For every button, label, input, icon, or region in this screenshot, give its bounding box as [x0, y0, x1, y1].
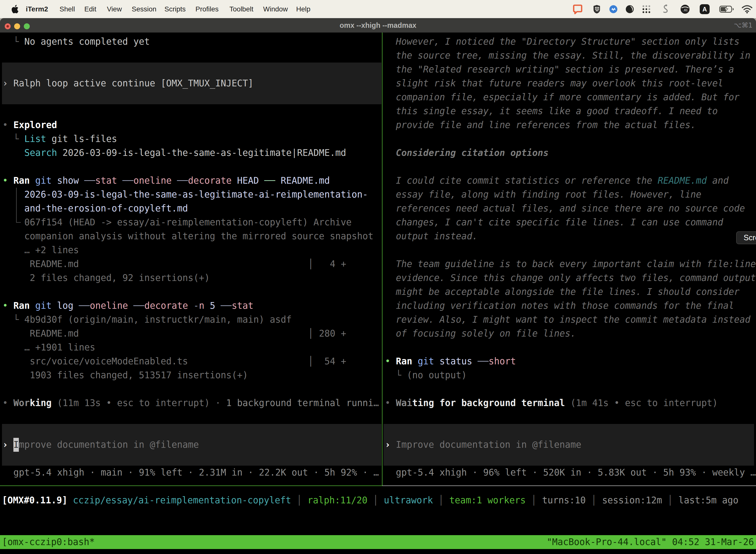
term-line-right-r26: • Waiting for background terminal (1m 41… — [385, 396, 718, 410]
right-pane-border — [382, 486, 756, 486]
term-line-left-r21: README.md — [30, 327, 79, 340]
term-line-left-r3: › Ralph loop active continue [OMX_TMUX_I… — [2, 76, 253, 90]
pane-divider[interactable] — [382, 33, 382, 486]
term-line-bar-r36: "MacBook-Pro-44.local" 04:52 31-Mar-26 — [547, 535, 754, 549]
term-line-right-r18: might be acceptable alongside the file l… — [396, 285, 740, 299]
chat-status-icon[interactable] — [572, 0, 583, 18]
term-line-left-r8: Search 2026-03-09-is-legal-the-same-as-l… — [2, 146, 346, 160]
term-line-left-r16: │ 4 + — [308, 257, 346, 271]
term-line-right-r1: the source tree, missing the essay. Stil… — [396, 49, 751, 63]
menu-shell[interactable]: Shell — [60, 0, 75, 18]
term-line-left-r19: • Ran git log ──oneline ──decorate -n 5 … — [2, 299, 253, 313]
percent-61-label: ..61 — [683, 8, 688, 12]
term-line-right-r29: › Improve documentation in @filename — [385, 438, 581, 452]
term-line-left-r12: and-the-erosion-of-copyleft.md — [2, 202, 188, 215]
term-line-left-r17: 2 files changed, 92 insertions(+) — [2, 271, 210, 285]
shield-status-icon[interactable] — [592, 0, 601, 18]
term-line-right-r24: └ (no output) — [385, 368, 467, 382]
menu-bar: iTerm2ShellEditViewSessionScriptsProfile… — [0, 0, 756, 18]
menu-iterm2[interactable]: iTerm2 — [26, 0, 48, 18]
term-line-left-r22: … +1901 lines — [2, 340, 95, 354]
apple-menu-icon[interactable] — [10, 0, 20, 18]
pie-status-icon[interactable] — [625, 0, 634, 18]
term-line-left-r23: src/voice/voiceModeEnabled.ts — [30, 354, 188, 368]
term-line-left-r23: │ 54 + — [308, 354, 346, 368]
term-line-bottom-r33: [OMX#0.11.9] cczip/essay/ai-reimplementa… — [2, 493, 738, 507]
term-line-left-r24: 1903 files changed, 513517 insertions(+) — [2, 368, 248, 382]
term-line-right-r31: gpt-5.4 xhigh · 96% left · 520K in · 5.8… — [396, 466, 756, 480]
terminal[interactable]: └ No agents completed yet› Ralph loop ac… — [0, 33, 756, 554]
term-line-right-r16: The team guideline is to back every impo… — [396, 257, 756, 271]
term-line-right-r21: of focusing solely on file lines. — [396, 327, 576, 340]
menu-profiles[interactable]: Profiles — [195, 0, 218, 18]
term-line-right-r20: review. Also, I might want to inspect th… — [396, 313, 751, 327]
term-line-left-r29: › Improve documentation in @filename — [2, 438, 199, 452]
left-pane-border — [0, 486, 382, 486]
menu-toolbelt[interactable]: Toolbelt — [230, 0, 253, 18]
term-line-left-r0: └ No agents completed yet — [2, 35, 150, 49]
term-line-left-r31: gpt-5.4 xhigh · main · 91% left · 2.31M … — [2, 466, 379, 480]
term-line-right-r3: slight risk that future readers may over… — [396, 76, 723, 90]
term-line-right-r8: Considering citation options — [396, 146, 549, 160]
term-line-left-r26: • Working (11m 13s • esc to interrupt) ·… — [2, 396, 379, 410]
screen-share-label: Scre — [744, 233, 756, 242]
battery-icon[interactable] — [719, 0, 734, 18]
menu-scripts[interactable]: Scripts — [165, 0, 186, 18]
term-line-left-r7: └ List git ls-files — [2, 132, 117, 146]
a-badge-status-icon[interactable]: A — [699, 0, 710, 18]
window-title: omx --xhigh --madmax — [0, 18, 756, 33]
grid-dots-status-icon[interactable] — [641, 0, 651, 18]
term-line-left-r10: • Ran git show ──stat ──oneline ──decora… — [2, 174, 330, 188]
term-line-left-r20: └ 4b9d30f (origin/main, instructkr/main,… — [2, 313, 292, 327]
term-line-right-r11: essay file, along with finding root file… — [396, 188, 701, 202]
term-line-bar-r36: [omx-cczip0:bash* — [2, 535, 95, 549]
term-line-right-r4: companion file, especially if more comme… — [396, 90, 740, 104]
menu-session[interactable]: Session — [132, 0, 156, 18]
term-line-right-r2: the "Related research writing" section i… — [396, 63, 734, 76]
term-line-left-r16: README.md — [30, 257, 79, 271]
term-line-left-r11: 2026-03-09-is-legal-the-same-as-legitima… — [2, 188, 368, 202]
menu-window[interactable]: Window — [263, 0, 288, 18]
term-line-right-r17: evidence. Since this change only affects… — [396, 271, 756, 285]
term-line-right-r5: this single essay, it seems like a good … — [396, 104, 718, 118]
screen-share-pill[interactable]: Scre — [736, 231, 756, 244]
term-line-right-r23: • Ran git status ──short — [385, 354, 516, 368]
term-line-right-r0: However, I noticed the "Directory Struct… — [396, 35, 740, 49]
menu-help[interactable]: Help — [296, 0, 311, 18]
percent-61-status-icon[interactable]: ..61 — [680, 0, 691, 18]
term-line-left-r15: … +2 lines — [2, 243, 79, 257]
term-line-right-r6: provide file and line references from th… — [396, 118, 696, 132]
term-line-right-r19: including verification notes with those … — [396, 299, 734, 313]
svg-text:A: A — [702, 6, 707, 13]
wifi-icon[interactable] — [741, 0, 754, 18]
menu-view[interactable]: View — [107, 0, 122, 18]
term-line-right-r10: I could cite commit statistics or refere… — [396, 174, 729, 188]
term-line-right-r12: references need actual files, and since … — [396, 202, 745, 215]
squiggle-status-icon[interactable] — [661, 0, 670, 18]
term-line-left-r21: │ 280 + — [308, 327, 346, 340]
term-line-left-r14: companion analysis without altering the … — [2, 229, 374, 243]
term-line-left-r13: 067f154 (HEAD -> essay/ai-reimplementati… — [2, 215, 352, 229]
sync-status-icon[interactable] — [609, 0, 618, 18]
menu-edit[interactable]: Edit — [84, 0, 96, 18]
term-line-right-r14: output instead. — [396, 229, 478, 243]
window-shortcut-badge: ⌥⌘1 — [734, 18, 753, 33]
term-line-right-r13: changes, I can't cite specific file line… — [396, 215, 723, 229]
term-line-left-r6: • Explored — [2, 118, 57, 132]
